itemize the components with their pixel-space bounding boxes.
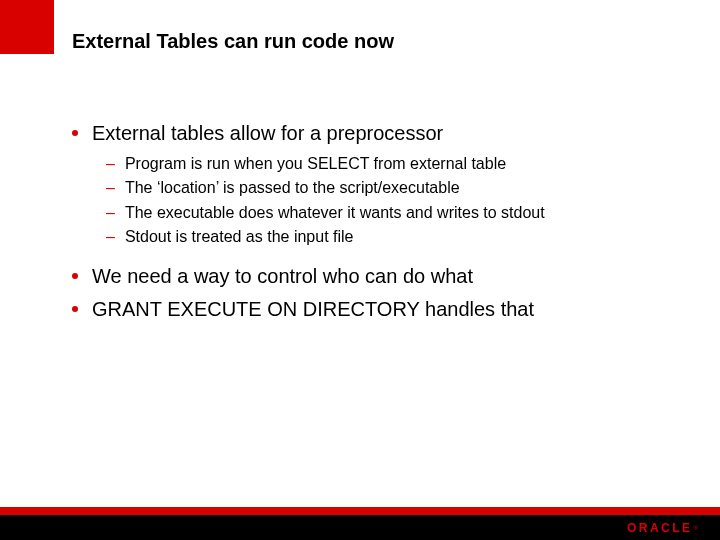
bullet-item: External tables allow for a preprocessor: [72, 120, 680, 147]
dash-icon: –: [106, 177, 115, 199]
bullet-text: We need a way to control who can do what: [92, 263, 473, 290]
oracle-logo-text: ORACLE: [627, 521, 693, 535]
sub-item: – Program is run when you SELECT from ex…: [106, 153, 680, 175]
footer: ORACLE®: [0, 507, 720, 540]
bullet-dot-icon: [72, 306, 78, 312]
sub-item: – Stdout is treated as the input file: [106, 226, 680, 248]
bullet-dot-icon: [72, 273, 78, 279]
slide-title: External Tables can run code now: [72, 30, 394, 53]
bullet-item: GRANT EXECUTE ON DIRECTORY handles that: [72, 296, 680, 323]
bullet-item: We need a way to control who can do what: [72, 263, 680, 290]
dash-icon: –: [106, 202, 115, 224]
registered-icon: ®: [694, 525, 698, 531]
dash-icon: –: [106, 153, 115, 175]
bullet-text: External tables allow for a preprocessor: [92, 120, 443, 147]
oracle-logo: ORACLE®: [627, 521, 698, 535]
slide: External Tables can run code now Externa…: [0, 0, 720, 540]
bullet-dot-icon: [72, 130, 78, 136]
footer-red-bar: [0, 507, 720, 515]
dash-icon: –: [106, 226, 115, 248]
sub-text: Program is run when you SELECT from exte…: [125, 153, 506, 175]
footer-black-bar: ORACLE®: [0, 515, 720, 540]
sub-item: – The ‘location’ is passed to the script…: [106, 177, 680, 199]
sub-text: Stdout is treated as the input file: [125, 226, 354, 248]
sub-text: The executable does whatever it wants an…: [125, 202, 545, 224]
bullet-text: GRANT EXECUTE ON DIRECTORY handles that: [92, 296, 534, 323]
sub-item: – The executable does whatever it wants …: [106, 202, 680, 224]
sub-list: – Program is run when you SELECT from ex…: [106, 153, 680, 249]
content-area: External tables allow for a preprocessor…: [72, 120, 680, 329]
accent-block: [0, 0, 54, 54]
sub-text: The ‘location’ is passed to the script/e…: [125, 177, 460, 199]
